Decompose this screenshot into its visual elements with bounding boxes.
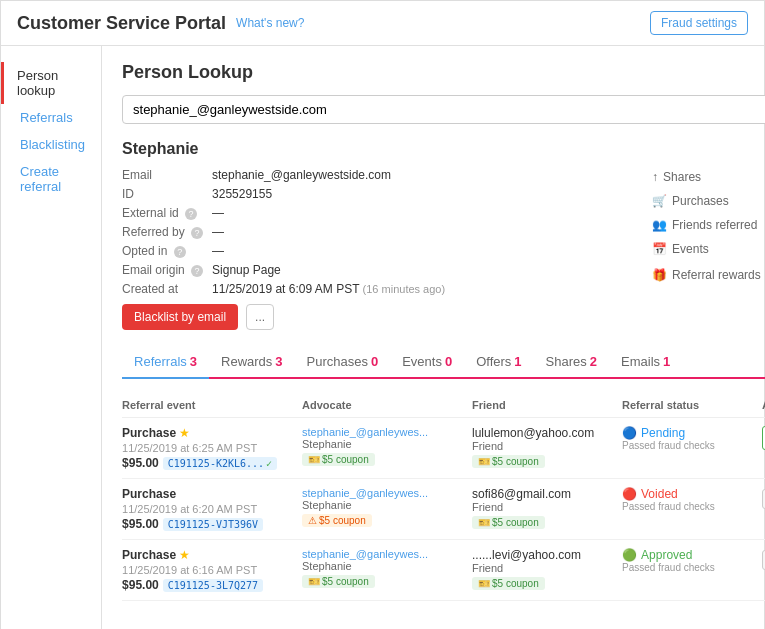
sidebar-item-person-lookup[interactable]: Person lookup — [1, 62, 101, 104]
tab-emails[interactable]: Emails1 — [609, 346, 682, 379]
row2-friend: sofi86@gmail.com Friend 🎫 $5 coupon — [472, 487, 622, 529]
id-label: ID — [122, 187, 212, 201]
detail-row-external-id: External id ? — — [122, 206, 632, 220]
fraud-settings-button[interactable]: Fraud settings — [650, 11, 748, 35]
email-origin-info-icon[interactable]: ? — [191, 265, 203, 277]
tab-rewards[interactable]: Rewards3 — [209, 346, 295, 379]
row2-event: Purchase 11/25/2019 at 6:20 AM PST $95.0… — [122, 487, 302, 531]
search-row: Search — [122, 95, 765, 124]
sidebar-item-referrals[interactable]: Referrals — [1, 104, 101, 131]
row1-friend: lululemon@yahoo.com Friend 🎫 $5 coupon — [472, 426, 622, 468]
col-advocate: Advocate — [302, 399, 472, 411]
whats-new-link[interactable]: What's new? — [236, 16, 304, 30]
tab-events[interactable]: Events0 — [390, 346, 464, 379]
approved-icon: 🟢 — [622, 548, 637, 562]
row1-advocate: stephanie_@ganleywes... Stephanie 🎫 $5 c… — [302, 426, 472, 466]
id-value: 325529155 — [212, 187, 272, 201]
stat-purchases: 🛒 Purchases 0 — [652, 192, 765, 210]
coupon-tag: 🎫 $5 coupon — [302, 575, 375, 588]
gift-icon: 🎁 — [652, 268, 667, 282]
stat-friends-referred: 👥 Friends referred 3 — [652, 216, 765, 234]
share-icon: ↑ — [652, 170, 658, 184]
shares-label: ↑ Shares — [652, 170, 701, 184]
app-title: Customer Service Portal — [17, 13, 226, 34]
coupon-tag: 🎫 $5 coupon — [302, 453, 375, 466]
created-at-relative: (16 minutes ago) — [363, 283, 446, 295]
detail-row-id: ID 325529155 — [122, 187, 632, 201]
page-title: Person Lookup — [122, 62, 765, 83]
content-area: Person Lookup Search Stephanie Email ste… — [102, 46, 765, 629]
friends-referred-label: 👥 Friends referred — [652, 218, 757, 232]
external-id-label: External id ? — [122, 206, 212, 220]
tab-referrals[interactable]: Referrals3 — [122, 346, 209, 379]
details-left: Email stephanie_@ganleywestside.com ID 3… — [122, 168, 632, 330]
person-name: Stephanie — [122, 140, 765, 158]
blacklist-button[interactable]: Blacklist by email — [122, 304, 238, 330]
row3-status: 🟢 Approved Passed fraud checks — [622, 548, 762, 573]
created-at-label: Created at — [122, 282, 212, 296]
stat-shares: ↑ Shares 2 — [652, 168, 765, 186]
friend-coupon-tag: 🎫 $5 coupon — [472, 516, 545, 529]
email-value: stephanie_@ganleywestside.com — [212, 168, 391, 182]
ref-id-tag: C191125-3L7Q277 — [163, 579, 263, 592]
more-button[interactable]: ... — [246, 304, 274, 330]
events-label: 📅 Events — [652, 242, 709, 256]
col-friend: Friend — [472, 399, 622, 411]
table-row: Purchase 11/25/2019 at 6:20 AM PST $95.0… — [122, 479, 765, 540]
created-at-value: 11/25/2019 at 6:09 AM PST (16 minutes ag… — [212, 282, 445, 296]
status-pending: 🔵 Pending — [622, 426, 762, 440]
header-left: Customer Service Portal What's new? — [17, 13, 304, 34]
external-id-value: — — [212, 206, 224, 220]
email-origin-value: Signup Page — [212, 263, 281, 277]
tabs-container: Referrals3 Rewards3 Purchases0 Events0 O… — [122, 346, 765, 379]
col-referral-event: Referral event — [122, 399, 302, 411]
voided-icon: 🔴 — [622, 487, 637, 501]
external-id-info-icon[interactable]: ? — [185, 208, 197, 220]
sidebar-item-create-referral[interactable]: Create referral — [1, 158, 101, 200]
stat-events: 📅 Events 0 — [652, 240, 765, 258]
row3-advocate: stephanie_@ganleywes... Stephanie 🎫 $5 c… — [302, 548, 472, 588]
row3-event: Purchase ★ 11/25/2019 at 6:16 AM PST $95… — [122, 548, 302, 592]
star-icon: ★ — [179, 548, 190, 562]
opted-in-info-icon[interactable]: ? — [174, 246, 186, 258]
referrals-table: Referral event Advocate Friend Referral … — [122, 393, 765, 601]
sidebar: Person lookup Referrals Blacklisting Cre… — [1, 46, 102, 629]
tab-shares[interactable]: Shares2 — [534, 346, 609, 379]
purchases-label: 🛒 Purchases — [652, 194, 729, 208]
main-layout: Person lookup Referrals Blacklisting Cre… — [1, 46, 764, 629]
status-voided: 🔴 Voided — [622, 487, 762, 501]
check-small-icon: ✓ — [266, 458, 272, 469]
tab-purchases[interactable]: Purchases0 — [295, 346, 391, 379]
friend-coupon-tag: 🎫 $5 coupon — [472, 455, 545, 468]
header: Customer Service Portal What's new? Frau… — [1, 1, 764, 46]
opted-in-value: — — [212, 244, 224, 258]
details-grid: Email stephanie_@ganleywestside.com ID 3… — [122, 168, 765, 330]
table-header: Referral event Advocate Friend Referral … — [122, 393, 765, 418]
row2-status: 🔴 Voided Passed fraud checks — [622, 487, 762, 512]
app-container: Customer Service Portal What's new? Frau… — [0, 0, 765, 629]
detail-row-referred-by: Referred by ? — — [122, 225, 632, 239]
referred-by-label: Referred by ? — [122, 225, 212, 239]
friend-coupon-tag: 🎫 $5 coupon — [472, 577, 545, 590]
sidebar-item-blacklisting[interactable]: Blacklisting — [1, 131, 101, 158]
cart-icon: 🛒 — [652, 194, 667, 208]
row1-status: 🔵 Pending Passed fraud checks — [622, 426, 762, 451]
referred-by-info-icon[interactable]: ? — [191, 227, 203, 239]
friends-icon: 👥 — [652, 218, 667, 232]
opted-in-label: Opted in ? — [122, 244, 212, 258]
star-icon: ★ — [179, 426, 190, 440]
ref-id-tag: C191125-K2KL6... ✓ — [163, 457, 277, 470]
status-approved: 🟢 Approved — [622, 548, 762, 562]
detail-row-email: Email stephanie_@ganleywestside.com — [122, 168, 632, 182]
detail-row-opted-in: Opted in ? — — [122, 244, 632, 258]
table-row: Purchase ★ 11/25/2019 at 6:25 AM PST $95… — [122, 418, 765, 479]
detail-row-email-origin: Email origin ? Signup Page — [122, 263, 632, 277]
tab-offers[interactable]: Offers1 — [464, 346, 533, 379]
row2-advocate: stephanie_@ganleywes... Stephanie ⚠ $5 c… — [302, 487, 472, 527]
search-input[interactable] — [122, 95, 765, 124]
details-right: ↑ Shares 2 🛒 Purchases 0 — [652, 168, 765, 330]
pending-icon: 🔵 — [622, 426, 637, 440]
row1-event: Purchase ★ 11/25/2019 at 6:25 AM PST $95… — [122, 426, 302, 470]
referred-by-value: — — [212, 225, 224, 239]
col-referral-status: Referral status — [622, 399, 762, 411]
